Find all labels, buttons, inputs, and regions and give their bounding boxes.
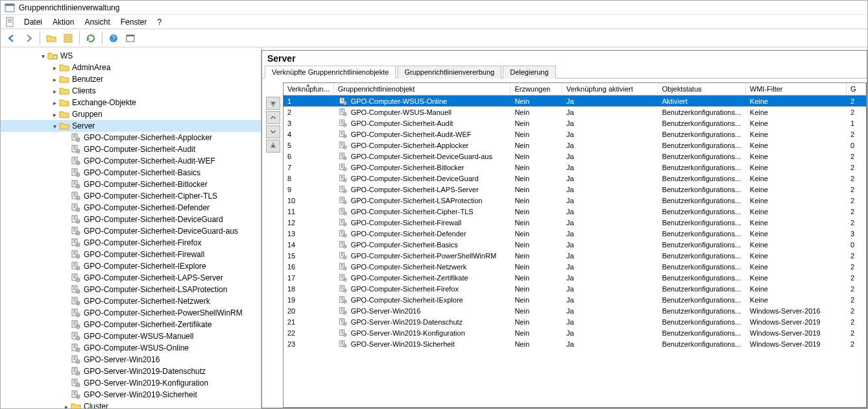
grid-row[interactable]: 10GPO-Computer-Sicherheit-LSAProtectionN… xyxy=(283,195,866,206)
tree-ou-server[interactable]: Server xyxy=(1,120,261,132)
move-bottom-button[interactable] xyxy=(266,140,280,153)
grid-row[interactable]: 2GPO-Computer-WSUS-ManuellNeinJaBenutzer… xyxy=(283,106,866,118)
twisty-icon[interactable] xyxy=(50,111,59,118)
grid-row[interactable]: 6GPO-Computer-Sicherheit-DeviceGuard-aus… xyxy=(283,151,866,162)
menu-aktion[interactable]: Aktion xyxy=(47,16,79,29)
grid-row[interactable]: 15GPO-Computer-Sicherheit-PowerShellWinR… xyxy=(283,250,866,261)
column-header[interactable]: Objektstatus xyxy=(658,83,745,95)
tree-ou-adminarea[interactable]: AdminArea xyxy=(1,62,261,73)
tree-ou-gruppen[interactable]: Gruppen xyxy=(1,108,261,120)
grid-row[interactable]: 14GPO-Computer-Sicherheit-BasicsNeinJaBe… xyxy=(283,239,866,250)
show-button[interactable] xyxy=(44,31,58,45)
menu-help[interactable]: ? xyxy=(152,16,167,29)
column-header[interactable]: Verknüpfun...▴ xyxy=(283,83,334,95)
tree-gpo-link[interactable]: GPO-Computer-Sicherheit-Firefox xyxy=(1,237,261,249)
tree-gpo-link[interactable]: GPO-Computer-Sicherheit-Applocker xyxy=(1,132,261,143)
back-button[interactable] xyxy=(5,31,19,45)
grid-row[interactable]: 1GPO-Computer-WSUS-OnlineNeinJaAktiviert… xyxy=(283,95,866,106)
twisty-icon[interactable] xyxy=(38,53,47,60)
grid-row[interactable]: 18GPO-Computer-Sicherheit-FirefoxNeinJaB… xyxy=(283,283,866,294)
tab-delegation[interactable]: Delegierung xyxy=(503,66,555,79)
grid-row[interactable]: 7GPO-Computer-Sicherheit-BitlockerNeinJa… xyxy=(283,162,866,173)
menu-datei[interactable]: Datei xyxy=(19,16,47,29)
tree-gpo-link[interactable]: GPO-Computer-Sicherheit-Audit-WEF xyxy=(1,155,261,167)
tree-gpo-link[interactable]: GPO-Computer-Sicherheit-Firewall xyxy=(1,249,261,260)
cell-wmi: Windows-Server-2019 xyxy=(746,340,847,348)
column-header[interactable]: Erzwungen xyxy=(511,83,562,95)
move-top-button[interactable] xyxy=(266,97,280,110)
tree-view[interactable]: WSAdminAreaBenutzerClientsExchange-Objek… xyxy=(1,47,261,408)
move-up-button[interactable] xyxy=(266,111,280,124)
grid-row[interactable]: 12GPO-Computer-Sicherheit-FirewallNeinJa… xyxy=(283,217,866,228)
twisty-icon[interactable] xyxy=(50,88,59,95)
twisty-icon[interactable] xyxy=(50,64,59,71)
grid-row[interactable]: 20GPO-Server-Win2016NeinJaBenutzerkonfig… xyxy=(283,305,866,316)
refresh-button[interactable] xyxy=(84,31,98,45)
column-header[interactable]: Verknüpfung aktiviert xyxy=(562,83,658,95)
gpo-icon xyxy=(338,251,348,260)
gpo-icon xyxy=(71,390,81,400)
column-header[interactable]: Gruppenrichtlinienobjekt xyxy=(334,83,511,95)
tree-gpo-link[interactable]: GPO-Computer-Sicherheit-DeviceGuard xyxy=(1,214,261,225)
tree-domain-ws[interactable]: WS xyxy=(1,50,261,62)
cell-enforced: Nein xyxy=(511,263,562,271)
grid-row[interactable]: 8GPO-Computer-Sicherheit-DeviceGuardNein… xyxy=(283,173,866,184)
tree-ou-exchange-objekte[interactable]: Exchange-Objekte xyxy=(1,97,261,108)
tree-gpo-link[interactable]: GPO-Computer-Sicherheit-Netzwerk xyxy=(1,295,261,307)
menu-ansicht[interactable]: Ansicht xyxy=(79,16,115,29)
tree-ou-benutzer[interactable]: Benutzer xyxy=(1,73,261,85)
help-button[interactable] xyxy=(106,31,121,45)
grid-row[interactable]: 4GPO-Computer-Sicherheit-Audit-WEFNeinJa… xyxy=(283,129,866,140)
tree-gpo-link[interactable]: GPO-Computer-Sicherheit-Cipher-TLS xyxy=(1,190,261,202)
grid-row[interactable]: 3GPO-Computer-Sicherheit-AuditNeinJaBenu… xyxy=(283,118,866,129)
cell-link-enabled: Ja xyxy=(562,175,658,182)
forward-button[interactable] xyxy=(21,31,36,45)
move-down-button[interactable] xyxy=(266,125,280,138)
grid-row[interactable]: 23GPO-Server-Win2019-SicherheitNeinJaBen… xyxy=(283,338,866,349)
tree-gpo-link[interactable]: GPO-Server-Win2019-Datenschutz xyxy=(1,366,261,377)
ou-icon xyxy=(71,401,81,408)
grid-row[interactable]: 21GPO-Server-Win2019-DatenschutzNeinJaBe… xyxy=(283,316,866,327)
tree-gpo-link[interactable]: GPO-Computer-Sicherheit-LAPS-Server xyxy=(1,272,261,284)
grid-row[interactable]: 22GPO-Server-Win2019-KonfigurationNeinJa… xyxy=(283,327,866,338)
gpo-icon xyxy=(338,306,348,316)
tree-ou-clients[interactable]: Clients xyxy=(1,85,261,97)
column-header[interactable]: G xyxy=(847,83,866,95)
tree-gpo-link[interactable]: GPO-Computer-Sicherheit-Audit xyxy=(1,143,261,155)
tree-gpo-link[interactable]: GPO-Computer-WSUS-Online xyxy=(1,342,261,354)
tree-gpo-link[interactable]: GPO-Computer-Sicherheit-IExplore xyxy=(1,260,261,272)
twisty-icon[interactable] xyxy=(50,99,59,106)
tree-gpo-link[interactable]: GPO-Computer-Sicherheit-PowerShellWinRM xyxy=(1,307,261,319)
tree-gpo-link[interactable]: GPO-Computer-Sicherheit-Zertifikate xyxy=(1,319,261,330)
twisty-icon[interactable] xyxy=(50,76,59,83)
grid-row[interactable]: 13GPO-Computer-Sicherheit-DefenderNeinJa… xyxy=(283,228,866,239)
menu-fenster[interactable]: Fenster xyxy=(115,16,152,29)
grid-row[interactable]: 5GPO-Computer-Sicherheit-ApplockerNeinJa… xyxy=(283,140,866,151)
grid-button[interactable] xyxy=(61,31,75,45)
tree-gpo-link[interactable]: GPO-Server-Win2019-Sicherheit xyxy=(1,389,261,401)
grid-row[interactable]: 17GPO-Computer-Sicherheit-ZertifikateNei… xyxy=(283,272,866,283)
tree-gpo-link[interactable]: GPO-Server-Win2016 xyxy=(1,354,261,366)
gpo-grid[interactable]: Verknüpfun...▴GruppenrichtlinienobjektEr… xyxy=(283,82,867,408)
tree-gpo-link[interactable]: GPO-Computer-Sicherheit-DeviceGuard-aus xyxy=(1,225,261,237)
cell-enforced: Nein xyxy=(511,108,562,116)
cell-wmi: Keine xyxy=(746,108,847,116)
tree-gpo-link[interactable]: GPO-Computer-Sicherheit-Defender xyxy=(1,202,261,214)
cell-link-enabled: Ja xyxy=(562,119,658,127)
tree-gpo-link[interactable]: GPO-Computer-Sicherheit-Basics xyxy=(1,167,261,179)
twisty-icon[interactable] xyxy=(50,123,59,130)
tree-gpo-link[interactable]: GPO-Server-Win2019-Konfiguration xyxy=(1,377,261,389)
twisty-icon[interactable] xyxy=(62,403,71,409)
tree-ou-cluster[interactable]: Cluster xyxy=(1,401,261,408)
tree-gpo-link[interactable]: GPO-Computer-WSUS-Manuell xyxy=(1,330,261,342)
tab-linked-gpos[interactable]: Verknüpfte Gruppenrichtlinienobjekte xyxy=(265,66,396,79)
tab-inheritance[interactable]: Gruppenrichtlinienvererbung xyxy=(397,66,501,79)
tree-gpo-link[interactable]: GPO-Computer-Sicherheit-Bitlocker xyxy=(1,179,261,190)
column-header[interactable]: WMI-Filter xyxy=(746,83,847,95)
grid-row[interactable]: 19GPO-Computer-Sicherheit-IExploreNeinJa… xyxy=(283,294,866,305)
grid-row[interactable]: 16GPO-Computer-Sicherheit-NetzwerkNeinJa… xyxy=(283,261,866,272)
new-window-button[interactable] xyxy=(123,31,138,45)
grid-row[interactable]: 9GPO-Computer-Sicherheit-LAPS-ServerNein… xyxy=(283,184,866,195)
grid-row[interactable]: 11GPO-Computer-Sicherheit-Cipher-TLSNein… xyxy=(283,206,866,217)
tree-gpo-link[interactable]: GPO-Computer-Sicherheit-LSAProtection xyxy=(1,284,261,295)
